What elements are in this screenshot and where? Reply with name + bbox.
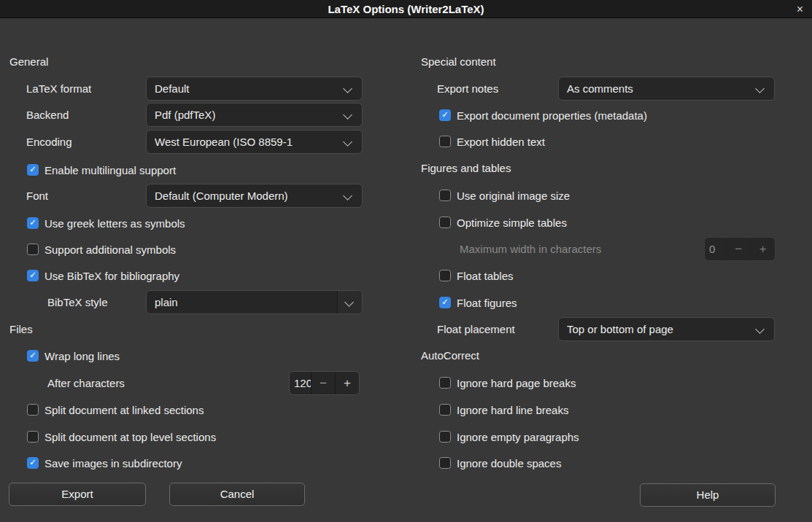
left-column: General LaTeX format Default Backend Pdf… xyxy=(9,18,363,485)
backend-dropdown[interactable]: Pdf (pdfTeX) xyxy=(146,103,363,127)
checkbox[interactable]: ✓ xyxy=(439,136,451,147)
check-icon: ✓ xyxy=(441,298,449,307)
float-placement-dropdown[interactable]: Top or bottom of page xyxy=(558,317,775,341)
row-encoding: Encoding West European (ISO 8859-1 xyxy=(9,130,363,154)
checkbox[interactable]: ✓ xyxy=(27,457,39,469)
checkbox-row-split-linked[interactable]: ✓ Split document at linked sections xyxy=(27,403,204,416)
chevron-down-icon xyxy=(343,191,352,200)
checkbox-row-optimize-tables[interactable]: ✓ Optimize simple tables xyxy=(439,216,567,229)
section-header-special-content: Special content xyxy=(421,55,496,69)
row-bibtex-style: BibTeX style plain xyxy=(9,290,363,314)
checkbox-label: Ignore hard line breaks xyxy=(457,404,568,416)
checkbox-row-ignore-line-breaks[interactable]: ✓ Ignore hard line breaks xyxy=(439,403,568,416)
checkbox[interactable]: ✓ xyxy=(439,109,451,121)
spinner-value[interactable]: 120 xyxy=(290,372,311,394)
checkbox-label: Use BibTeX for bibliography xyxy=(45,270,179,282)
dropdown-arrow-button[interactable] xyxy=(337,291,362,313)
checkbox-label: Use original image size xyxy=(457,190,570,202)
checkbox[interactable]: ✓ xyxy=(27,431,39,443)
checkbox-row-ignore-page-breaks[interactable]: ✓ Ignore hard page breaks xyxy=(439,376,576,389)
checkbox-label: Ignore hard page breaks xyxy=(457,377,576,389)
latex-format-label: LaTeX format xyxy=(26,77,91,101)
checkbox[interactable]: ✓ xyxy=(27,164,39,176)
font-label: Font xyxy=(26,184,48,208)
backend-label: Backend xyxy=(26,103,69,127)
encoding-label: Encoding xyxy=(26,130,72,154)
checkbox-label: Support additional symbols xyxy=(45,244,176,256)
checkbox[interactable]: ✓ xyxy=(27,404,39,416)
checkbox-row-original-size[interactable]: ✓ Use original image size xyxy=(439,189,570,202)
max-width-label: Maximum width in characters xyxy=(460,237,601,261)
export-button[interactable]: Export xyxy=(9,483,146,506)
plus-icon[interactable]: + xyxy=(335,372,359,394)
dropdown-value: Pdf (pdfTeX) xyxy=(155,104,337,126)
export-notes-dropdown[interactable]: As comments xyxy=(558,77,775,101)
row-font: Font Default (Computer Modern) xyxy=(9,184,363,208)
checkbox-label: Float tables xyxy=(457,270,514,282)
chevron-down-icon xyxy=(343,110,352,120)
bibtex-style-label: BibTeX style xyxy=(47,290,108,314)
help-button[interactable]: Help xyxy=(640,483,776,507)
dropdown-value: plain xyxy=(155,291,337,313)
checkbox-row-greek-letters[interactable]: ✓ Use greek letters as symbols xyxy=(27,217,185,230)
checkbox-label: Use greek letters as symbols xyxy=(45,217,185,230)
chevron-down-icon xyxy=(344,297,354,307)
chevron-down-icon xyxy=(343,84,352,93)
checkbox[interactable]: ✓ xyxy=(439,377,451,389)
row-after-characters: After characters 120 − + xyxy=(9,371,363,395)
checkbox-row-float-tables[interactable]: ✓ Float tables xyxy=(439,269,514,282)
dropdown-value: As comments xyxy=(567,77,749,100)
encoding-dropdown[interactable]: West European (ISO 8859-1 xyxy=(146,130,363,154)
section-header-files: Files xyxy=(9,322,33,337)
checkbox-row-use-bibtex[interactable]: ✓ Use BibTeX for bibliography xyxy=(27,269,179,282)
dropdown-value: Top or bottom of page xyxy=(567,318,749,340)
check-icon: ✓ xyxy=(441,111,449,120)
checkbox[interactable]: ✓ xyxy=(27,217,39,229)
row-backend: Backend Pdf (pdfTeX) xyxy=(9,103,363,127)
checkbox[interactable]: ✓ xyxy=(27,270,39,281)
checkbox-row-float-figures[interactable]: ✓ Float figures xyxy=(439,296,517,309)
checkbox-row-save-images[interactable]: ✓ Save images in subdirectory xyxy=(27,456,182,470)
minus-icon[interactable]: − xyxy=(311,372,335,394)
checkbox-row-additional-symbols[interactable]: ✓ Support additional symbols xyxy=(27,243,176,256)
checkbox[interactable]: ✓ xyxy=(439,190,451,201)
checkbox-row-export-hidden[interactable]: ✓ Export hidden text xyxy=(439,135,545,148)
dropdown-value: West European (ISO 8859-1 xyxy=(155,130,337,153)
section-header-general: General xyxy=(9,55,48,69)
row-latex-format: LaTeX format Default xyxy=(9,77,363,101)
checkbox-label: Float figures xyxy=(457,297,517,309)
checkbox-row-ignore-empty-paragraphs[interactable]: ✓ Ignore empty paragraphs xyxy=(439,430,579,443)
checkbox[interactable]: ✓ xyxy=(27,244,39,255)
checkbox-row-multilingual[interactable]: ✓ Enable multilingual support xyxy=(27,163,176,176)
checkbox-row-ignore-double-spaces[interactable]: ✓ Ignore double spaces xyxy=(439,456,561,470)
bibtex-style-combobox[interactable]: plain xyxy=(146,290,363,314)
after-characters-spinner[interactable]: 120 − + xyxy=(289,371,360,395)
checkbox[interactable]: ✓ xyxy=(439,297,451,308)
checkbox-row-split-top-level[interactable]: ✓ Split document at top level sections xyxy=(27,430,216,443)
spinner-value: 0 xyxy=(705,238,726,260)
section-header-autocorrect: AutoCorrect xyxy=(421,348,479,363)
checkbox-row-wrap-long-lines[interactable]: ✓ Wrap long lines xyxy=(27,349,120,362)
checkbox-label: Ignore double spaces xyxy=(457,457,561,470)
checkbox[interactable]: ✓ xyxy=(27,350,39,362)
checkbox-row-export-properties[interactable]: ✓ Export document properties (metadata) xyxy=(439,109,647,122)
max-width-spinner: 0 − + xyxy=(704,237,776,261)
checkbox[interactable]: ✓ xyxy=(439,404,451,416)
checkbox[interactable]: ✓ xyxy=(439,431,451,443)
dropdown-value: Default (Computer Modern) xyxy=(155,184,337,207)
section-header-figures-tables: Figures and tables xyxy=(421,161,511,176)
check-icon: ✓ xyxy=(29,165,36,174)
checkbox[interactable]: ✓ xyxy=(439,217,451,228)
row-max-width: Maximum width in characters 0 − + xyxy=(421,237,776,261)
cancel-button[interactable]: Cancel xyxy=(169,483,305,506)
checkbox-label: Export hidden text xyxy=(457,136,545,148)
font-dropdown[interactable]: Default (Computer Modern) xyxy=(146,184,363,208)
export-notes-label: Export notes xyxy=(437,77,498,101)
float-placement-label: Float placement xyxy=(437,317,515,341)
checkbox[interactable]: ✓ xyxy=(439,457,451,469)
latex-format-dropdown[interactable]: Default xyxy=(146,77,363,101)
checkbox[interactable]: ✓ xyxy=(439,270,451,281)
checkbox-label: Save images in subdirectory xyxy=(45,457,182,470)
close-icon[interactable]: × xyxy=(797,1,803,17)
dropdown-value: Default xyxy=(155,77,337,100)
